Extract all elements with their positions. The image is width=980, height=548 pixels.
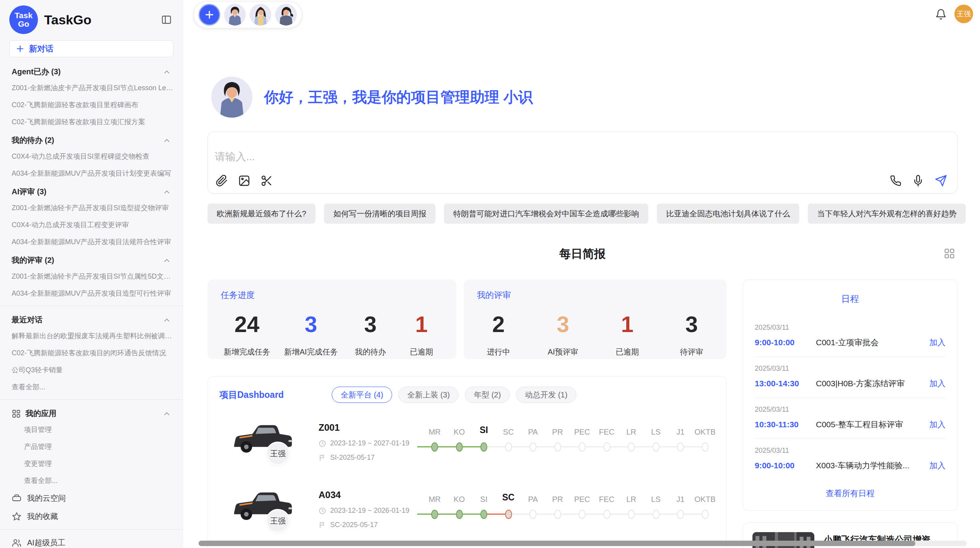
send-icon bbox=[935, 175, 947, 187]
horizontal-scrollbar-thumb[interactable] bbox=[199, 541, 915, 546]
recent-chat-item[interactable]: C02-飞腾新能源轻客改款项目的闭环通告反馈情况 bbox=[0, 344, 183, 361]
collapse-sidebar-button[interactable] bbox=[159, 13, 173, 27]
microphone-icon bbox=[912, 175, 924, 187]
milestone-dot-FEC bbox=[603, 442, 610, 452]
schedule-entries: 2025/03/119:00-10:00C001-立项审批会加入2025/03/… bbox=[755, 316, 946, 480]
stat-card-0: 任务进度24新增完成任务3新增AI完成任务3我的待办1已逾期 bbox=[207, 279, 456, 359]
schedule-join-link[interactable]: 加入 bbox=[929, 378, 946, 389]
dashboard-tabs: 全新平台 (4)全新上装 (3)年型 (2)动总开发 (1) bbox=[332, 387, 576, 403]
sidebar-link-cloud[interactable]: 我的云空间 bbox=[0, 489, 183, 507]
right-column: 日程 2025/03/119:00-10:00C001-立项审批会加入2025/… bbox=[743, 279, 958, 548]
input-tools-right bbox=[890, 175, 947, 187]
task-item[interactable]: C02-飞腾新能源轻客改款项目立项汇报方案 bbox=[0, 113, 183, 130]
schedule-date: 2025/03/11 bbox=[755, 447, 946, 455]
recent-view-all-link[interactable]: 查看全部... bbox=[0, 378, 183, 396]
project-rows: 王强Z0012023-12-19 ~ 2027-01-19SI-2025-05-… bbox=[219, 420, 714, 548]
sidebar-tool-users[interactable]: AI超级员工 bbox=[0, 534, 183, 548]
schedule-view-all-link[interactable]: 查看所有日程 bbox=[755, 480, 946, 502]
add-agent-button[interactable] bbox=[199, 4, 220, 26]
dashboard-tab-2[interactable]: 年型 (2) bbox=[465, 387, 510, 403]
task-item[interactable]: Z001-全新燃油轻卡产品开发项目SI造型提交物评审 bbox=[0, 199, 183, 216]
schedule-join-link[interactable]: 加入 bbox=[929, 419, 946, 430]
agent-avatar-3[interactable] bbox=[275, 4, 297, 26]
stat-value: 3 bbox=[305, 312, 317, 337]
main-content: 你好，王强，我是你的项目管理助理 小识 bbox=[207, 0, 958, 548]
milestone-dot-FEC bbox=[603, 510, 610, 519]
horizontal-scrollbar-track[interactable] bbox=[199, 541, 967, 546]
plus-icon bbox=[16, 45, 24, 53]
microphone-button[interactable] bbox=[912, 175, 924, 187]
chat-input-card bbox=[207, 132, 958, 194]
schedule-entry: 2025/03/1110:30-11:30C005-整车工程目标评审加入 bbox=[755, 398, 946, 439]
milestone-label-FEC: FEC bbox=[599, 495, 615, 504]
user-avatar[interactable]: 王强 bbox=[954, 5, 973, 23]
suggestion-chip[interactable]: 特朗普可能对进口汽车增税会对中国车企造成哪些影响 bbox=[444, 204, 648, 224]
brief-layout-button[interactable] bbox=[944, 248, 955, 261]
task-item[interactable]: A034-全新新能源MUV产品开发项目计划变更表编写 bbox=[0, 165, 183, 182]
suggestion-chip[interactable]: 比亚迪全固态电池计划具体说了什么 bbox=[657, 204, 799, 224]
suggestion-chip[interactable]: 如何写一份清晰的项目周报 bbox=[324, 204, 435, 224]
screenshot-button[interactable] bbox=[260, 175, 273, 187]
task-item[interactable]: Z001-全新燃油轻卡产品开发项目SI节点属性5D文件评审 bbox=[0, 268, 183, 285]
stat-card-title: 任务进度 bbox=[221, 289, 443, 301]
task-item[interactable]: A034-全新新能源MUV产品开发项目法规符合性评审 bbox=[0, 233, 183, 250]
voice-call-button[interactable] bbox=[890, 175, 901, 187]
sidebar-divider bbox=[0, 529, 183, 530]
left-column: 任务进度24新增完成任务3新增AI完成任务3我的待办1已逾期我的评审2进行中3A… bbox=[207, 279, 726, 548]
chat-input[interactable] bbox=[214, 149, 833, 171]
task-item[interactable]: C02-飞腾新能源轻客改款项目里程碑画布 bbox=[0, 96, 183, 113]
insert-image-button[interactable] bbox=[238, 175, 250, 187]
schedule-join-link[interactable]: 加入 bbox=[929, 460, 946, 471]
sidebar-header: Task Go TaskGo bbox=[0, 0, 183, 37]
send-button[interactable] bbox=[935, 175, 947, 187]
milestone-label-PA: PA bbox=[528, 495, 538, 504]
project-flag: SC-2025-05-17 bbox=[319, 521, 419, 529]
app-item[interactable]: 项目管理 bbox=[0, 421, 183, 438]
app-item[interactable]: 变更管理 bbox=[0, 455, 183, 472]
recent-chats-header[interactable]: 最近对话 bbox=[0, 310, 183, 327]
dashboard-tab-3[interactable]: 动总开发 (1) bbox=[516, 387, 576, 403]
task-section-header-3[interactable]: 我的评审 (2) bbox=[0, 250, 183, 268]
app-item[interactable]: 产品管理 bbox=[0, 438, 183, 455]
project-row-A034[interactable]: 王强A0342023-12-19 ~ 2026-01-19SC-2025-05-… bbox=[219, 487, 714, 538]
project-dates: 2023-12-19 ~ 2027-01-19 bbox=[319, 439, 419, 447]
dashboard-tab-0[interactable]: 全新平台 (4) bbox=[332, 387, 392, 403]
task-section-header-2[interactable]: AI评审 (3) bbox=[0, 182, 183, 199]
suggestion-chip[interactable]: 欧洲新规最近颁布了什么? bbox=[207, 204, 315, 224]
task-item[interactable]: A034-全新新能源MUV产品开发项目造型可行性评审 bbox=[0, 285, 183, 302]
task-section-header-1[interactable]: 我的待办 (2) bbox=[0, 130, 183, 148]
schedule-entry: 2025/03/1113:00-14:30C003|H0B-方案冻结评审加入 bbox=[755, 357, 946, 398]
greeting-text: 你好，王强，我是你的项目管理助理 小识 bbox=[264, 87, 533, 107]
recent-chat-item[interactable]: 公司Q3轻卡销量 bbox=[0, 361, 183, 378]
milestone-label-OKTB: OKTB bbox=[694, 428, 715, 437]
agent-avatar-1[interactable] bbox=[224, 4, 246, 26]
apps-grid-icon bbox=[12, 409, 21, 418]
my-apps-header[interactable]: 我的应用 bbox=[0, 404, 183, 421]
task-item[interactable]: C0X4-动力总成开发项目工程变更评审 bbox=[0, 216, 183, 233]
milestone-label-MR: MR bbox=[428, 495, 440, 504]
task-section-header-0[interactable]: Agent已办 (3) bbox=[0, 62, 183, 79]
stat-label: 已逾期 bbox=[616, 347, 639, 357]
milestone-dot-LS bbox=[653, 510, 660, 519]
attach-file-button[interactable] bbox=[216, 175, 228, 187]
sidebar-link-star[interactable]: 我的收藏 bbox=[0, 507, 183, 526]
agent-avatar-2[interactable] bbox=[250, 4, 271, 26]
schedule-join-link[interactable]: 加入 bbox=[929, 337, 946, 348]
suggestion-chip[interactable]: 当下年轻人对汽车外观有怎样的喜好趋势 bbox=[808, 204, 966, 224]
task-item[interactable]: C0X4-动力总成开发项目SI里程碑提交物检查 bbox=[0, 148, 183, 165]
new-chat-button[interactable]: 新对话 bbox=[9, 40, 173, 57]
project-row-Z001[interactable]: 王强Z0012023-12-19 ~ 2027-01-19SI-2025-05-… bbox=[219, 420, 714, 470]
schedule-time: 9:00-10:00 bbox=[755, 338, 816, 347]
project-dashboard-card: 项目Dashboard 全新平台 (4)全新上装 (3)年型 (2)动总开发 (… bbox=[207, 376, 726, 548]
recent-chat-item[interactable]: 解释最新出台的欧盟报废车法规再生塑料比例被调至15%... bbox=[0, 327, 183, 344]
milestone-dot-KO bbox=[456, 442, 463, 452]
project-flag-label: SC-2025-05-17 bbox=[330, 521, 378, 529]
milestone-dot-PR bbox=[554, 442, 561, 452]
notifications-button[interactable] bbox=[935, 9, 947, 22]
apps-view-all-link[interactable]: 查看全部... bbox=[0, 472, 183, 489]
stat-item: 3新增AI完成任务 bbox=[284, 312, 338, 357]
dashboard-tab-1[interactable]: 全新上装 (3) bbox=[398, 387, 459, 403]
task-item[interactable]: Z001-全新燃油皮卡产品开发项目SI节点Lesson Learn报告 bbox=[0, 79, 183, 96]
schedule-event-title: C001-立项审批会 bbox=[816, 337, 925, 348]
milestone-dot-PA bbox=[529, 510, 536, 519]
